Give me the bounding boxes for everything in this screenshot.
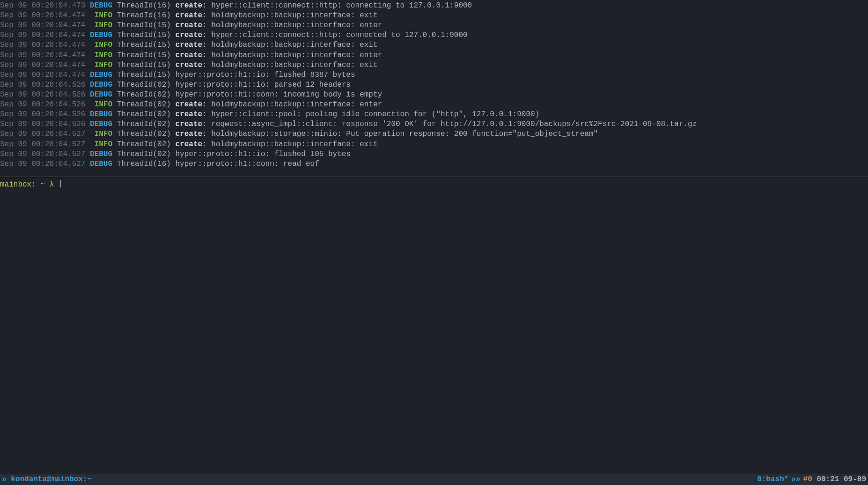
log-level: DEBUG xyxy=(90,110,112,119)
log-message: hyper::client::connect::http: connected … xyxy=(211,31,467,39)
log-thread: ThreadId(02) xyxy=(117,90,171,99)
log-level: DEBUG xyxy=(90,1,112,10)
double-chevron-icon: »» xyxy=(791,475,800,485)
log-line: Sep 09 00:20:04.474 INFO ThreadId(15) cr… xyxy=(0,60,868,70)
log-thread: ThreadId(15) xyxy=(117,71,171,79)
log-level: DEBUG xyxy=(90,31,112,39)
log-line: Sep 09 00:20:04.474 INFO ThreadId(16) cr… xyxy=(0,11,868,21)
log-thread: ThreadId(02) xyxy=(117,110,171,119)
log-level: INFO xyxy=(90,21,112,30)
log-thread: ThreadId(02) xyxy=(117,140,171,149)
status-user-host: kondanta@mainbox:~ xyxy=(11,475,92,485)
log-span-create: create xyxy=(176,100,203,109)
log-message: holdmybackup::backup::interface: exit xyxy=(211,41,377,49)
log-thread: ThreadId(15) xyxy=(117,21,171,30)
log-line: Sep 09 00:20:04.526 INFO ThreadId(02) cr… xyxy=(0,100,868,110)
log-message: holdmybackup::backup::interface: exit xyxy=(211,11,377,20)
log-timestamp: Sep 09 00:20:04.526 xyxy=(0,120,85,128)
log-timestamp: Sep 09 00:20:04.474 xyxy=(0,11,85,20)
log-level: INFO xyxy=(90,41,112,49)
log-level: DEBUG xyxy=(90,90,112,99)
log-thread: ThreadId(02) xyxy=(117,150,171,158)
log-timestamp: Sep 09 00:20:04.474 xyxy=(0,21,85,30)
shell-prompt[interactable]: mainbox: ~ λ xyxy=(0,180,868,190)
log-span-create: create xyxy=(176,41,203,49)
log-thread: ThreadId(16) xyxy=(117,160,171,168)
log-message: hyper::proto::h1::conn: incoming body is… xyxy=(176,90,383,99)
log-thread: ThreadId(16) xyxy=(117,1,171,10)
log-level: INFO xyxy=(90,100,112,109)
log-span-create: create xyxy=(176,110,203,119)
log-message: hyper::client::connect::http: connecting… xyxy=(211,1,472,10)
status-right: 0:bash*»» #0 00:21 09-09 xyxy=(757,475,866,485)
log-timestamp: Sep 09 00:20:04.527 xyxy=(0,150,85,158)
log-thread: ThreadId(02) xyxy=(117,100,171,109)
log-message: hyper::proto::h1::io: parsed 12 headers xyxy=(176,81,351,89)
log-timestamp: Sep 09 00:20:04.526 xyxy=(0,100,85,109)
log-line: Sep 09 00:20:04.473 DEBUG ThreadId(16) c… xyxy=(0,1,868,11)
status-clock: 00:21 09-09 xyxy=(817,475,866,484)
log-level: INFO xyxy=(90,140,112,149)
log-span-create: create xyxy=(176,21,203,30)
log-timestamp: Sep 09 00:20:04.526 xyxy=(0,110,85,119)
log-level: INFO xyxy=(90,61,112,69)
log-message: holdmybackup::backup::interface: exit xyxy=(211,140,377,149)
log-message: hyper::proto::h1::io: flushed 8387 bytes xyxy=(176,71,355,79)
log-timestamp: Sep 09 00:20:04.527 xyxy=(0,160,85,168)
log-span-create: create xyxy=(176,1,203,10)
log-span-create: create xyxy=(176,51,203,60)
log-line: Sep 09 00:20:04.527 DEBUG ThreadId(02) h… xyxy=(0,149,868,159)
log-line: Sep 09 00:20:04.527 INFO ThreadId(02) cr… xyxy=(0,129,868,139)
log-line: Sep 09 00:20:04.527 INFO ThreadId(02) cr… xyxy=(0,140,868,149)
log-output: Sep 09 00:20:04.473 DEBUG ThreadId(16) c… xyxy=(0,0,868,170)
log-line: Sep 09 00:20:04.474 DEBUG ThreadId(15) h… xyxy=(0,70,868,80)
log-timestamp: Sep 09 00:20:04.526 xyxy=(0,81,85,89)
log-message: holdmybackup::backup::interface: enter xyxy=(211,100,382,109)
chevron-right-icon: » xyxy=(2,475,7,485)
log-thread: ThreadId(15) xyxy=(117,31,171,39)
log-timestamp: Sep 09 00:20:04.526 xyxy=(0,90,85,99)
log-message: reqwest::async_impl::client: response '2… xyxy=(211,120,697,128)
log-level: DEBUG xyxy=(90,120,112,128)
cursor-icon xyxy=(60,180,66,187)
log-line: Sep 09 00:20:04.474 INFO ThreadId(15) cr… xyxy=(0,40,868,50)
log-span-create: create xyxy=(176,61,203,69)
log-line: Sep 09 00:20:04.474 INFO ThreadId(15) cr… xyxy=(0,51,868,60)
log-message: holdmybackup::backup::interface: enter xyxy=(211,21,382,30)
log-line: Sep 09 00:20:04.526 DEBUG ThreadId(02) h… xyxy=(0,90,868,100)
log-thread: ThreadId(02) xyxy=(117,130,171,138)
log-span-create: create xyxy=(176,11,203,20)
log-thread: ThreadId(02) xyxy=(117,81,171,89)
log-message: hyper::proto::h1::io: flushed 105 bytes xyxy=(176,150,351,158)
log-thread: ThreadId(16) xyxy=(117,11,171,20)
status-left: » kondanta@mainbox:~ xyxy=(2,475,92,485)
status-pane-index: #0 xyxy=(803,475,812,484)
log-message: hyper::proto::h1::conn: read eof xyxy=(176,160,319,168)
log-line: Sep 09 00:20:04.474 DEBUG ThreadId(15) c… xyxy=(0,30,868,40)
log-level: DEBUG xyxy=(90,71,112,79)
log-line: Sep 09 00:20:04.527 DEBUG ThreadId(16) h… xyxy=(0,159,868,169)
log-line: Sep 09 00:20:04.474 INFO ThreadId(15) cr… xyxy=(0,21,868,30)
log-timestamp: Sep 09 00:20:04.527 xyxy=(0,130,85,138)
log-level: INFO xyxy=(90,51,112,60)
log-level: DEBUG xyxy=(90,160,112,168)
prompt-host: mainbox: ~ xyxy=(0,180,45,189)
log-thread: ThreadId(15) xyxy=(117,61,171,69)
log-line: Sep 09 00:20:04.526 DEBUG ThreadId(02) c… xyxy=(0,110,868,119)
log-message: holdmybackup::backup::interface: enter xyxy=(211,51,382,60)
log-thread: ThreadId(02) xyxy=(117,120,171,128)
pane-separator xyxy=(0,177,868,177)
log-level: DEBUG xyxy=(90,150,112,158)
log-message: holdmybackup::storage::minio: Put operat… xyxy=(211,130,598,138)
log-timestamp: Sep 09 00:20:04.527 xyxy=(0,140,85,149)
log-timestamp: Sep 09 00:20:04.473 xyxy=(0,1,85,10)
log-level: INFO xyxy=(90,11,112,20)
status-tab[interactable]: 0:bash* xyxy=(757,475,788,485)
log-line: Sep 09 00:20:04.526 DEBUG ThreadId(02) h… xyxy=(0,80,868,90)
log-message: hyper::client::pool: pooling idle connec… xyxy=(211,110,539,119)
log-timestamp: Sep 09 00:20:04.474 xyxy=(0,31,85,39)
log-span-create: create xyxy=(176,120,203,128)
log-level: DEBUG xyxy=(90,81,112,89)
log-message: holdmybackup::backup::interface: exit xyxy=(211,61,377,69)
log-thread: ThreadId(15) xyxy=(117,51,171,60)
